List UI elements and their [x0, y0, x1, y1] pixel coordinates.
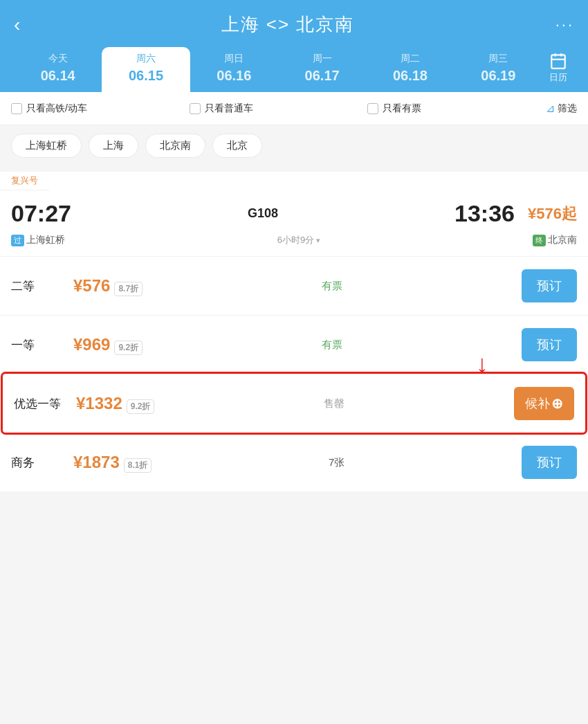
station-tab[interactable]: 上海虹桥: [11, 134, 82, 158]
book-button[interactable]: 预订: [522, 446, 577, 479]
arrow-indicator: ↓: [476, 350, 488, 379]
date-num: 06.14: [17, 68, 99, 84]
seat-class: 优选一等: [14, 396, 76, 412]
filter-check[interactable]: 只看有票: [367, 102, 540, 115]
train-number: G108: [87, 206, 439, 221]
station-tabs: 上海虹桥上海北京南北京: [0, 125, 588, 166]
seat-discount: 8.1折: [124, 458, 152, 473]
arrive-station-name: 北京南: [548, 234, 577, 246]
arrive-time: 13:36: [439, 200, 515, 227]
seat-price: ¥13329.2折: [76, 394, 154, 414]
seat-row: ↓ 优选一等 ¥13329.2折 售罄 候补⊕: [3, 374, 585, 433]
date-tab-06.17[interactable]: 周一 06.17: [278, 47, 366, 92]
date-tab-06.14[interactable]: 今天 06.14: [14, 47, 102, 92]
train-card: 复兴号 07:27 G108 13:36 ¥576起 过 上海虹桥 6小时9分 …: [0, 172, 588, 491]
depart-station-tag: 过 上海虹桥: [11, 234, 65, 246]
train-middle: G108: [87, 206, 439, 221]
filter-label: 筛选: [558, 102, 577, 115]
seat-row: 一等 ¥9699.2折 有票 预订: [0, 315, 588, 374]
page-title: 上海 <> 北京南: [221, 12, 355, 37]
header: ‹ 上海 <> 北京南 ··· 今天 06.14 周六 06.15 周日 06.…: [0, 0, 588, 92]
seat-price: ¥18738.1折: [73, 453, 151, 473]
fuxing-badge: 复兴号: [0, 172, 49, 190]
back-button[interactable]: ‹: [14, 14, 20, 36]
arrive-station-tag: 终 北京南: [533, 234, 577, 246]
filter-check-label: 只看有票: [383, 102, 421, 115]
seat-class: 商务: [11, 455, 73, 471]
duration[interactable]: 6小时9分 ▾: [65, 234, 533, 246]
seat-discount: 8.7折: [114, 282, 143, 296]
date-tabs: 今天 06.14 周六 06.15 周日 06.16 周一 06.17 周二 0…: [14, 46, 574, 92]
seat-availability: 7张: [151, 456, 522, 469]
waitlist-button[interactable]: 候补⊕: [514, 387, 574, 420]
day-label: 周日: [193, 53, 275, 65]
date-tab-06.19[interactable]: 周三 06.19: [454, 47, 542, 92]
seat-price: ¥5768.7折: [73, 276, 143, 296]
date-num: 06.18: [369, 68, 451, 84]
seat-row: 二等 ¥5768.7折 有票 预订: [0, 256, 588, 315]
station-row: 过 上海虹桥 6小时9分 ▾ 终 北京南: [0, 234, 588, 256]
day-label: 周三: [457, 53, 540, 65]
book-button[interactable]: 预订: [522, 269, 577, 302]
train-main: 07:27 G108 13:36 ¥576起: [0, 190, 588, 234]
filter-check-label: 只看普通车: [205, 102, 253, 115]
calendar-tab[interactable]: 日历: [542, 46, 574, 92]
checkbox[interactable]: [367, 103, 378, 114]
more-button[interactable]: ···: [555, 16, 574, 34]
day-label: 今天: [17, 53, 99, 65]
svg-rect-0: [551, 55, 565, 69]
seat-discount: 9.2折: [114, 341, 143, 355]
filter-check-label: 只看高铁/动车: [26, 102, 87, 115]
filter-icon: ⊿: [546, 102, 555, 115]
depart-station-name: 上海虹桥: [26, 234, 65, 246]
date-tab-06.16[interactable]: 周日 06.16: [190, 47, 278, 92]
seat-discount: 9.2折: [127, 399, 155, 414]
station-tab[interactable]: 北京: [212, 134, 262, 158]
station-tab[interactable]: 上海: [89, 134, 138, 158]
duration-text: 6小时9分: [277, 234, 314, 246]
filter-check[interactable]: 只看普通车: [190, 102, 362, 115]
seat-availability: 售罄: [154, 397, 514, 410]
date-num: 06.15: [104, 68, 187, 84]
checkbox[interactable]: [11, 103, 22, 114]
seat-class: 二等: [11, 278, 73, 294]
depart-tag: 过: [11, 235, 24, 246]
filter-button[interactable]: ⊿ 筛选: [546, 102, 577, 115]
seat-rows: 二等 ¥5768.7折 有票 预订 一等 ¥9699.2折 有票 预订 ↓ 优选…: [0, 256, 588, 491]
seat-price: ¥9699.2折: [73, 335, 143, 355]
depart-time: 07:27: [11, 200, 87, 227]
date-num: 06.17: [281, 68, 363, 84]
filter-bar: 只看高铁/动车 只看普通车 只看有票 ⊿ 筛选: [0, 92, 588, 125]
date-tab-06.15[interactable]: 周六 06.15: [102, 47, 190, 92]
day-label: 周二: [369, 53, 451, 65]
header-top: ‹ 上海 <> 北京南 ···: [14, 12, 574, 46]
day-label: 周一: [281, 53, 363, 65]
station-tab[interactable]: 北京南: [145, 134, 205, 158]
plus-icon: ⊕: [551, 395, 563, 412]
seat-availability: 有票: [143, 338, 522, 352]
calendar-label: 日历: [549, 71, 567, 84]
filter-check[interactable]: 只看高铁/动车: [11, 102, 184, 115]
train-price: ¥576起: [515, 203, 577, 224]
date-num: 06.16: [193, 68, 275, 84]
date-tab-06.18[interactable]: 周二 06.18: [366, 47, 454, 92]
date-num: 06.19: [457, 68, 540, 84]
chevron-down-icon: ▾: [316, 236, 320, 245]
train-card-inner: 复兴号 07:27 G108 13:36 ¥576起 过 上海虹桥 6小时9分 …: [0, 172, 588, 491]
seat-class: 一等: [11, 337, 73, 353]
seat-availability: 有票: [143, 280, 522, 293]
checkbox[interactable]: [190, 103, 201, 114]
book-button[interactable]: 预订: [522, 328, 577, 361]
arrive-tag: 终: [533, 235, 546, 246]
seat-row: 商务 ¥18738.1折 7张 预订: [0, 433, 588, 491]
day-label: 周六: [104, 53, 187, 65]
